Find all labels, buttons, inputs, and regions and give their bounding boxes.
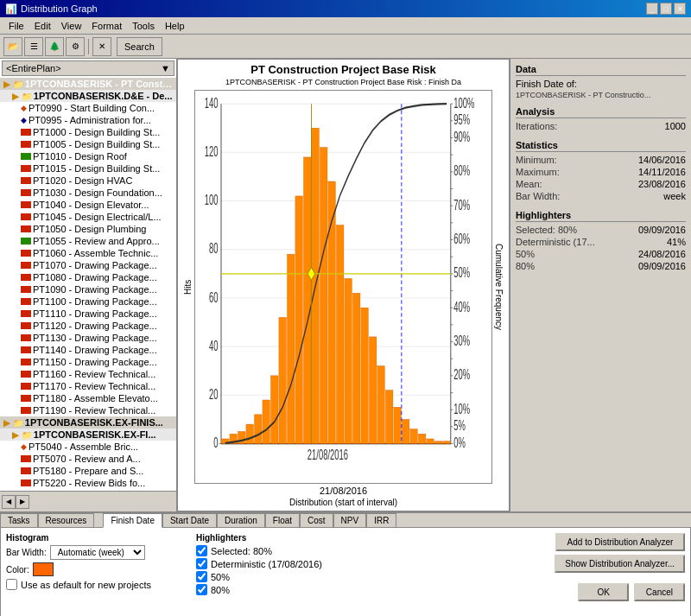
tree-item[interactable]: PT1050 - Design Plumbing [0, 223, 176, 235]
svg-text:140: 140 [205, 95, 219, 111]
default-checkbox-row: Use as default for new projects [6, 579, 187, 590]
tree-item[interactable]: PT1110 - Drawing Package... [0, 308, 176, 320]
tree-item[interactable]: PT1090 - Drawing Package... [0, 283, 176, 295]
toolbar-btn-5[interactable]: ✕ [92, 37, 111, 56]
minimize-button[interactable]: _ [646, 3, 658, 15]
add-analyzer-button[interactable]: Add to Distribution Analyzer [555, 533, 685, 551]
scroll-right-btn[interactable]: ▶ [16, 495, 29, 509]
svg-text:5%: 5% [453, 418, 466, 434]
tree-item[interactable]: ▶ 📁 1PTCONBASERISK - PT Constru... [0, 78, 176, 90]
highlighter-checkbox-label: Selected: 80% [211, 546, 272, 556]
tree-item[interactable]: PT1040 - Design Elevator... [0, 199, 176, 211]
tab-finish-date[interactable]: Finish Date [103, 513, 162, 528]
tab-npv[interactable]: NPV [333, 513, 367, 527]
tree-item[interactable]: ▶ 📁 1PTCONBASERISK.EX-FI... [0, 429, 176, 441]
highlighter-checkbox-2[interactable] [196, 571, 207, 582]
tree-item[interactable]: PT1055 - Review and Appro... [0, 235, 176, 247]
tree-item[interactable]: PT1005 - Design Building St... [0, 138, 176, 150]
tree-item[interactable]: PT1140 - Drawing Package... [0, 344, 176, 356]
tree-item[interactable]: PT1180 - Assemble Elevato... [0, 392, 176, 404]
svg-text:90%: 90% [453, 129, 470, 144]
tab-tasks[interactable]: Tasks [0, 513, 38, 527]
tree-item[interactable]: PT1170 - Review Technical... [0, 380, 176, 392]
highlighter-checkbox-label: 80% [211, 585, 230, 595]
tree-item[interactable]: PT1015 - Design Building St... [0, 162, 176, 175]
bar-width-select[interactable]: Automatic (week) [50, 545, 145, 560]
app-icon: 📊 [5, 3, 17, 15]
tree-item[interactable]: PT1130 - Drawing Package... [0, 332, 176, 344]
tree-header[interactable]: <EntirePlan> ▼ [2, 60, 174, 76]
close-button[interactable]: ✕ [674, 3, 686, 15]
menu-tools[interactable]: Tools [127, 19, 160, 33]
tab-resources[interactable]: Resources [38, 513, 95, 527]
left-tabs: Tasks Resources [0, 513, 94, 527]
tree-item[interactable]: ◆ PT0990 - Start Building Con... [0, 102, 176, 114]
menu-view[interactable]: View [56, 19, 87, 33]
tab-irr[interactable]: IRR [366, 513, 396, 527]
tree-item[interactable]: ▶ 📁 1PTCONBASERISK.D&E - De... [0, 90, 176, 102]
highlighter-checkbox-1[interactable] [196, 558, 207, 569]
tree-item[interactable]: PT1080 - Drawing Package... [0, 271, 176, 283]
tree-header-arrow: ▼ [161, 63, 170, 73]
tree-item[interactable]: PT1060 - Assemble Technic... [0, 247, 176, 259]
tree-item[interactable]: PT5070 - Review and A... [0, 453, 176, 465]
highlighter-checkbox-label: Deterministic (17/08/2016) [211, 559, 322, 569]
tree-item[interactable]: PT1190 - Review Technical... [0, 404, 176, 416]
tree-item[interactable]: PT5180 - Prepare and S... [0, 465, 176, 477]
tree-item[interactable]: PT1150 - Drawing Package... [0, 356, 176, 368]
highlighter-checkbox-row: 80% [196, 584, 521, 595]
default-checkbox-label: Use as default for new projects [21, 580, 151, 590]
tab-cost[interactable]: Cost [300, 513, 333, 527]
deterministic-label: Deterministic (17... [516, 237, 595, 247]
analysis-section-title: Analysis [516, 106, 686, 118]
toolbar-btn-4[interactable]: ⚙ [66, 37, 85, 56]
menu-file[interactable]: File [3, 19, 29, 33]
tree-item[interactable]: PT1030 - Design Foundation... [0, 187, 176, 199]
selected-label: Selected: 80% [516, 225, 577, 235]
highlighter-checkbox-row: 50% [196, 571, 521, 582]
svg-text:40: 40 [209, 338, 218, 353]
svg-text:60: 60 [209, 289, 218, 305]
scroll-left-btn[interactable]: ◀ [2, 495, 16, 509]
tree-item[interactable]: PT1000 - Design Building St... [0, 126, 176, 138]
highlighter-checkbox-label: 50% [211, 572, 230, 582]
tree-item[interactable]: PT1020 - Design HVAC [0, 175, 176, 187]
x-distribution-label: Distribution (start of interval) [181, 498, 505, 507]
tree-item[interactable]: PT1045 - Design Electrical/L... [0, 211, 176, 223]
menu-help[interactable]: Help [160, 19, 190, 33]
tab-start-date[interactable]: Start Date [162, 513, 217, 527]
menu-format[interactable]: Format [86, 19, 127, 33]
default-checkbox[interactable] [6, 579, 17, 590]
svg-rect-62 [295, 196, 303, 444]
tree-item[interactable]: PT1010 - Design Roof [0, 150, 176, 162]
svg-rect-72 [377, 366, 385, 444]
tree-container[interactable]: ▶ 📁 1PTCONBASERISK - PT Constru...▶ 📁 1P… [0, 78, 176, 491]
toolbar-separator [88, 39, 89, 54]
ok-button[interactable]: OK [578, 583, 628, 601]
search-button[interactable]: Search [117, 37, 162, 56]
tree-item[interactable]: ◆ PT5040 - Assemble Bric... [0, 441, 176, 453]
svg-text:0: 0 [213, 435, 218, 450]
tree-item[interactable]: PT5220 - Review Bids fo... [0, 477, 176, 489]
minimum-label: Minimum: [516, 155, 557, 165]
tab-float[interactable]: Float [265, 513, 300, 527]
show-analyzer-button[interactable]: Show Distribution Analyzer... [555, 555, 685, 573]
tab-duration[interactable]: Duration [217, 513, 265, 527]
tree-item[interactable]: PT1160 - Review Technical... [0, 368, 176, 380]
menu-edit[interactable]: Edit [29, 19, 56, 33]
toolbar-btn-3[interactable]: 🌲 [45, 37, 64, 56]
tree-item[interactable]: ◆ PT0995 - Administration for... [0, 114, 176, 126]
toolbar-btn-2[interactable]: ☰ [24, 37, 43, 56]
bar-width-row: Bar Width: week [516, 191, 686, 201]
maximize-button[interactable]: □ [660, 3, 672, 15]
highlighter-checkbox-3[interactable] [196, 584, 207, 595]
tree-item[interactable]: PT1120 - Drawing Package... [0, 320, 176, 332]
x-axis-label: 21/08/2016 [181, 486, 505, 496]
toolbar-btn-1[interactable]: 📂 [3, 37, 22, 56]
tree-item[interactable]: ▶ 📁 1PTCONBASERISK.EX-FINIS... [0, 416, 176, 429]
tree-item[interactable]: PT1070 - Drawing Package... [0, 259, 176, 271]
highlighter-checkbox-0[interactable] [196, 545, 207, 556]
cancel-button[interactable]: Cancel [634, 583, 685, 601]
color-picker[interactable] [33, 562, 54, 576]
tree-item[interactable]: PT1100 - Drawing Package... [0, 295, 176, 308]
